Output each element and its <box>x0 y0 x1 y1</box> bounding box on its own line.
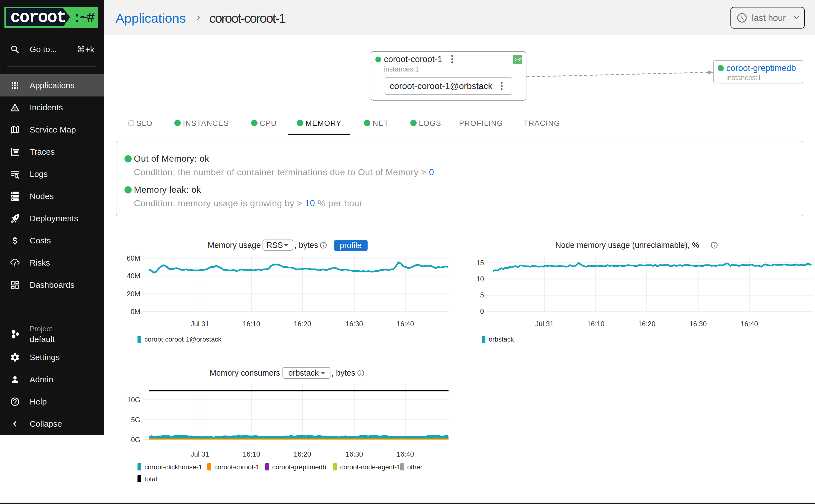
svg-text:40M: 40M <box>127 272 140 280</box>
svg-text:60M: 60M <box>127 254 140 262</box>
svg-text:10G: 10G <box>127 396 140 404</box>
svg-text:Jul 31: Jul 31 <box>535 320 554 328</box>
svg-text:0G: 0G <box>131 436 140 444</box>
svg-text:10: 10 <box>476 275 484 283</box>
svg-text:16:20: 16:20 <box>638 320 656 328</box>
svg-text:16:20: 16:20 <box>294 450 311 458</box>
svg-text:16:30: 16:30 <box>346 450 363 458</box>
svg-text:16:20: 16:20 <box>294 320 311 328</box>
svg-text:16:10: 16:10 <box>243 450 260 458</box>
svg-text::~#: :~# <box>73 10 95 26</box>
svg-text:16:10: 16:10 <box>587 320 605 328</box>
svg-text:16:10: 16:10 <box>243 320 260 328</box>
svg-text:16:30: 16:30 <box>346 320 363 328</box>
svg-text:5: 5 <box>480 291 484 299</box>
svg-text:5G: 5G <box>131 416 140 424</box>
svg-text:16:40: 16:40 <box>397 450 414 458</box>
svg-text:0M: 0M <box>131 308 140 315</box>
svg-text:20M: 20M <box>127 290 140 298</box>
svg-text:16:30: 16:30 <box>689 320 707 328</box>
svg-text:coroot: coroot <box>10 7 65 27</box>
svg-text:16:40: 16:40 <box>397 320 414 328</box>
svg-text:Jul 31: Jul 31 <box>191 320 209 328</box>
svg-text:0: 0 <box>480 307 484 315</box>
svg-text:16:40: 16:40 <box>741 320 758 328</box>
svg-text:15: 15 <box>476 259 484 267</box>
svg-text:Jul 31: Jul 31 <box>191 450 209 458</box>
